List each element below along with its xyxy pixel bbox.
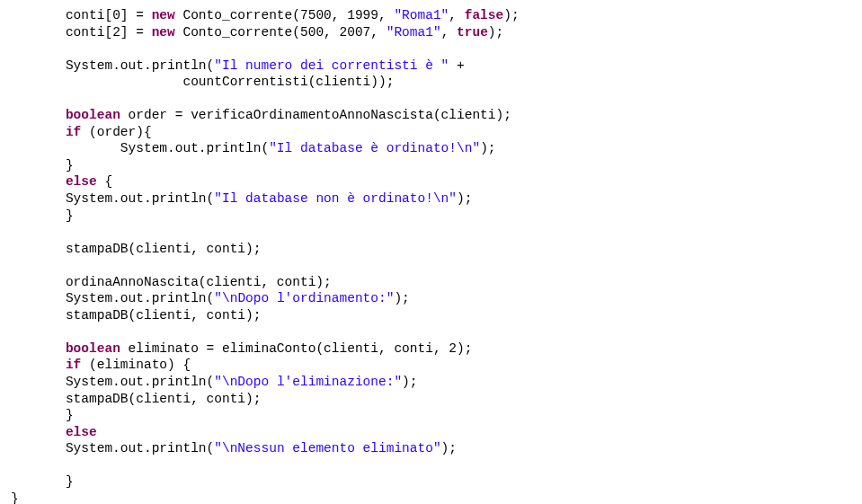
code-text: + [449, 58, 464, 73]
keyword-boolean: boolean [66, 108, 120, 122]
code-text: System. [11, 375, 120, 389]
keyword-else: else [66, 425, 97, 439]
code-text: { [97, 174, 112, 189]
code-text: .println( [144, 441, 214, 455]
code-text: System. [11, 141, 175, 155]
field-out: out [120, 58, 144, 73]
field-out: out [120, 441, 144, 455]
code-text: conti[0] = [66, 8, 152, 22]
code-text: (eliminato) { [81, 358, 191, 372]
code-text: System. [11, 191, 120, 206]
field-out: out [120, 191, 144, 206]
keyword-if: if [66, 125, 81, 139]
code-text: order = verificaOrdinamentoAnnoNascista(… [120, 108, 511, 122]
code-text: stampaDB(clienti, conti); [66, 308, 262, 323]
code-text: ); [402, 375, 417, 389]
code-text: stampaDB(clienti, conti); [66, 242, 262, 256]
code-text: } [66, 408, 74, 422]
code-text: .println( [144, 375, 214, 389]
code-text: .println( [144, 191, 214, 206]
string-literal: "\nDopo l'eliminazione:" [214, 375, 402, 389]
code-text: stampaDB(clienti, conti); [11, 392, 261, 406]
string-literal: "\nDopo l'ordinamento:" [214, 291, 394, 305]
code-text: (order){ [81, 125, 151, 139]
code-text: ordinaAnnoNascita(clienti, conti); [66, 275, 332, 289]
code-text: .println( [199, 141, 269, 155]
code-text: ); [394, 291, 409, 305]
keyword-false: false [465, 8, 504, 22]
code-text: } [66, 208, 74, 223]
code-text: ); [480, 141, 495, 155]
code-text: eliminato = eliminaConto(clienti, conti,… [120, 341, 473, 356]
code-text: conti[2] = [66, 25, 152, 40]
field-out: out [120, 375, 144, 389]
keyword-if: if [66, 358, 81, 372]
keyword-true: true [457, 25, 488, 40]
string-literal: "\nNessun elemento eliminato" [214, 441, 440, 455]
code-text: Conto_corrente(7500, 1999, [175, 8, 395, 22]
code-text: System. [66, 291, 120, 305]
code-text: } [66, 158, 74, 172]
keyword-boolean: boolean [66, 341, 120, 356]
code-text: .println( [144, 58, 214, 73]
string-literal: "Il numero dei correntisti è " [214, 58, 449, 73]
code-text: ); [503, 8, 519, 22]
code-text: .println( [144, 291, 214, 305]
code-text: } [11, 474, 74, 489]
code-text: System. [11, 441, 120, 455]
code-text: countCorrentisti(clienti)); [11, 75, 394, 89]
field-out: out [120, 291, 144, 305]
code-text: , [449, 8, 464, 22]
code-text: ); [488, 25, 503, 40]
code-block: conti[0] = new Conto_corrente(7500, 1999… [11, 7, 851, 504]
code-text: ); [441, 441, 457, 455]
keyword-else: else [66, 174, 97, 189]
code-text: } [11, 491, 19, 504]
code-text: , [441, 25, 457, 40]
code-text: ); [457, 191, 472, 206]
code-text: Conto_corrente(500, 2007, [175, 25, 387, 40]
string-literal: "Roma1" [387, 25, 441, 40]
string-literal: "Il database non è ordinato!\n" [214, 191, 457, 206]
keyword-new: new [152, 8, 175, 22]
field-out: out [175, 141, 199, 155]
string-literal: "Il database è ordinato!\n" [269, 141, 480, 155]
keyword-new: new [152, 25, 175, 40]
string-literal: "Roma1" [394, 8, 449, 22]
code-text: System. [66, 58, 120, 73]
